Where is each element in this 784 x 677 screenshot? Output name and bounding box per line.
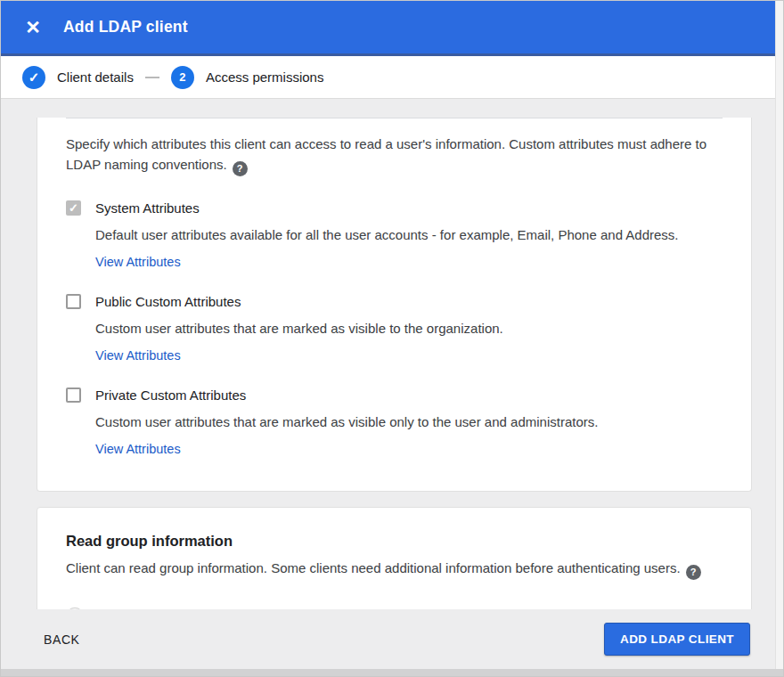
read-group-description-span: Client can read group information. Some …: [66, 560, 681, 575]
attribute-item-public: Public Custom Attributes Custom user att…: [66, 294, 723, 363]
dialog-header: ✕ Add LDAP client: [1, 1, 783, 56]
dialog-title: Add LDAP client: [63, 18, 188, 37]
system-attributes-label: System Attributes: [95, 200, 200, 216]
scrollbar-gutter[interactable]: [775, 1, 783, 669]
stepper: ✓ Client details 2 Access permissions: [1, 56, 783, 99]
system-attributes-view-link[interactable]: View Attributes: [95, 255, 181, 269]
public-custom-attributes-label: Public Custom Attributes: [95, 294, 241, 309]
add-ldap-client-dialog: ✕ Add LDAP client ✓ Client details 2 Acc…: [0, 0, 784, 677]
attributes-intro-text: Specify which attributes this client can…: [66, 134, 716, 176]
step-access-permissions-label: Access permissions: [206, 69, 324, 85]
step-connector: [145, 77, 159, 78]
add-ldap-client-button[interactable]: ADD LDAP CLIENT: [604, 623, 750, 656]
attribute-item-private: Private Custom Attributes Custom user at…: [66, 387, 723, 457]
public-custom-attributes-view-link[interactable]: View Attributes: [95, 348, 181, 363]
read-group-title: Read group information: [66, 533, 723, 550]
window-bottom-edge: [1, 669, 783, 676]
attributes-card: Specify which attributes this client can…: [37, 118, 752, 492]
private-custom-attributes-view-link[interactable]: View Attributes: [95, 442, 181, 456]
system-attributes-checkbox: ✓: [66, 200, 81, 216]
card-gap: [1, 492, 783, 507]
private-custom-attributes-checkbox[interactable]: [66, 387, 81, 403]
private-custom-attributes-description: Custom user attributes that are marked a…: [95, 414, 723, 429]
step-complete-check-icon: ✓: [22, 66, 45, 89]
attribute-item-system: ✓ System Attributes Default user attribu…: [66, 200, 723, 270]
read-group-description: Client can read group information. Some …: [66, 560, 723, 580]
private-custom-attributes-label: Private Custom Attributes: [95, 387, 246, 403]
dialog-body: Specify which attributes this client can…: [1, 118, 783, 658]
public-custom-attributes-description: Custom user attributes that are marked a…: [95, 321, 723, 336]
help-icon[interactable]: ?: [233, 161, 248, 176]
section-divider: [66, 118, 723, 118]
step-client-details[interactable]: ✓ Client details: [22, 66, 134, 89]
step-access-permissions[interactable]: 2 Access permissions: [171, 66, 324, 89]
help-icon[interactable]: ?: [686, 565, 701, 580]
system-attributes-description: Default user attributes available for al…: [95, 227, 723, 242]
step-2-circle: 2: [171, 66, 194, 89]
close-icon[interactable]: ✕: [22, 17, 44, 38]
step-client-details-label: Client details: [57, 69, 134, 85]
public-custom-attributes-checkbox[interactable]: [66, 294, 81, 309]
dialog-footer: BACK ADD LDAP CLIENT: [1, 609, 783, 669]
back-button[interactable]: BACK: [44, 632, 80, 647]
attributes-intro-text-span: Specify which attributes this client can…: [66, 136, 706, 172]
